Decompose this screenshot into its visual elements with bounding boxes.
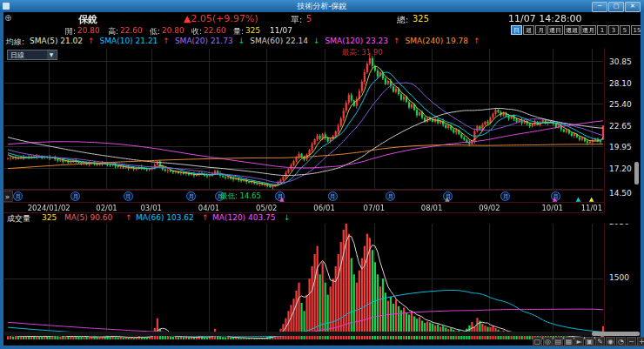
dividend-triangle-icon: ▲ <box>576 197 580 203</box>
sma240-legend: SMA(240) 19.78 <box>406 37 468 48</box>
quote-datetime: 11/07 14:28:00 <box>508 13 582 24</box>
sma5-arrow-icon: ↑ <box>88 37 95 48</box>
vol-ma66-legend: MA(66) 103.62 <box>136 213 194 222</box>
low-extreme-label: 最低: 14.65 <box>220 191 261 202</box>
sma120-arrow-icon: ↑ <box>393 37 400 48</box>
chart-canvas[interactable] <box>0 0 644 349</box>
region-zoom-icon[interactable]: ◎ <box>543 337 553 346</box>
vol-ma66-arrow-icon: ↑ <box>202 213 209 222</box>
sma10-legend: SMA(10) 21.21 <box>100 37 158 48</box>
date-tick: 10/01 <box>541 204 563 212</box>
close-value: 22.60 <box>204 26 226 35</box>
window-title: 技術分析-保銳 <box>297 2 346 10</box>
pane-divider <box>3 202 604 203</box>
sma120-legend: SMA(120) 23.23 <box>325 37 388 48</box>
open-value: 20.80 <box>77 26 100 35</box>
sma20-legend: SMA(20) 21.73 <box>175 37 233 48</box>
sma10-arrow-icon: ↑ <box>163 37 170 48</box>
sma20-arrow-icon: ↓ <box>238 37 245 48</box>
price-change: ▲2.05(+9.97%) <box>184 13 258 24</box>
zoom-in-icon[interactable]: + <box>637 337 644 346</box>
draw-icon[interactable]: ✎ <box>595 337 605 346</box>
title-bar[interactable]: 技術分析-保銳 ─ □ ✕ <box>0 0 644 12</box>
chart-toolbar: ▢ ◎ ▤ ▦ ► ▣ ✎ ◉ ◔ − + <box>533 337 644 346</box>
pointer-icon[interactable]: ► <box>574 337 584 346</box>
period-3min-button[interactable]: 3 <box>608 25 619 35</box>
date-tick: 06/01 <box>313 204 335 212</box>
volume-legend-row: 成交量 325 MA(5) 90.60 ↑ MA(66) 103.62 ↑ MA… <box>3 213 641 224</box>
month-event-icon[interactable]: 月 <box>386 191 395 201</box>
period-adj-month-button[interactable]: 還月 <box>580 25 596 35</box>
period-week-button[interactable]: 週 <box>523 25 534 35</box>
date-tick: 04/01 <box>198 204 220 212</box>
date-tick: 02/01 <box>96 204 117 212</box>
sma-prefix-label: 均線: <box>6 37 24 48</box>
month-event-icon[interactable]: 月 <box>328 191 338 201</box>
high-value: 22.60 <box>120 26 143 35</box>
maximize-button[interactable]: □ <box>608 2 624 12</box>
month-event-icon[interactable]: 月 <box>186 191 196 201</box>
dividend-triangle-icon: ▲ <box>589 197 594 203</box>
date-tick: 05/02 <box>256 204 278 212</box>
dividend-triangle-icon: ▲ <box>553 197 557 203</box>
horizontal-scrollbar-track[interactable] <box>4 332 641 336</box>
panel-icon[interactable]: ▣ <box>585 337 594 346</box>
dividend-triangle-icon: ▲ <box>445 197 449 203</box>
volume-pane-title: 成交量 <box>7 213 30 225</box>
period-dropdown-value: 日線 <box>10 51 24 59</box>
print-icon[interactable]: ▦ <box>564 337 574 346</box>
window-border-right <box>641 0 644 349</box>
vertical-scrollbar-thumb[interactable] <box>634 162 639 185</box>
volume-pane-value: 325 <box>42 213 57 222</box>
period-day-button[interactable]: 日 <box>511 25 522 35</box>
close-button[interactable]: ✕ <box>625 2 641 12</box>
window-border-left <box>0 0 3 349</box>
month-event-icon[interactable]: 月 <box>124 191 133 201</box>
low-value: 20.80 <box>162 26 184 35</box>
sma5-legend: SMA(5) 21.02 <box>30 37 83 48</box>
zoom-out-icon[interactable]: − <box>627 337 636 346</box>
new-page-icon[interactable]: ▢ <box>533 337 542 346</box>
sma60-legend: SMA(60) 22.14 <box>250 37 308 48</box>
minimize-button[interactable]: ─ <box>592 2 607 12</box>
high-extreme-label: 最高: 31.90 <box>342 48 383 58</box>
sma-legend-row: 均線: SMA(5) 21.02 ↑ SMA(10) 21.21 ↑ SMA(2… <box>3 37 641 48</box>
quote-header-row: ⊕ 保銳 22.60 ▲2.05(+9.97%) 單: 5 總: 325 11/… <box>3 12 641 24</box>
history-icon[interactable]: ◔ <box>616 337 626 346</box>
volume-value: 325 <box>245 26 260 35</box>
period-1min-button[interactable]: 1 <box>597 25 607 35</box>
date-tick: 11/01 <box>581 204 603 212</box>
dividend-triangle-icon: ▲ <box>279 197 284 203</box>
ohlc-header-row: 日線 ▼ 開: 20.80 高: 22.60 低: 20.80 收: 22.60… <box>3 24 641 37</box>
app-icon <box>3 3 10 10</box>
horizontal-scrollbar-thumb[interactable] <box>592 332 640 336</box>
vol-ma5-legend: MA(5) 90.60 <box>64 213 112 222</box>
period-month-button[interactable]: 月 <box>535 25 547 35</box>
eye-icon[interactable]: ◉ <box>606 337 615 346</box>
vol-ma120-legend: MA(120) 403.75 <box>212 213 275 222</box>
axis-divider <box>604 48 605 339</box>
date-tick: 09/02 <box>479 204 500 212</box>
period-5min-button[interactable]: 5 <box>620 25 630 35</box>
ohlc-date: 11/07 <box>270 26 292 35</box>
date-tick: 08/01 <box>421 204 443 212</box>
date-tick: 03/01 <box>140 204 162 212</box>
vol-ma5-arrow-icon: ↑ <box>125 213 132 222</box>
snapshot-icon[interactable]: ▤ <box>553 337 563 346</box>
period-adj-week-button[interactable]: 還週 <box>564 25 580 35</box>
unit-value: 5 <box>306 14 312 23</box>
pane-divider <box>3 190 604 191</box>
sma240-arrow-icon: ↑ <box>473 37 480 48</box>
date-tick: 07/01 <box>364 204 386 212</box>
sma60-arrow-icon: ↓ <box>313 37 320 48</box>
vol-ma120-arrow-icon: ↓ <box>284 213 291 222</box>
period-dropdown[interactable]: 日線 ▼ <box>7 50 57 60</box>
total-value: 325 <box>413 14 429 23</box>
period-adj-day-button[interactable]: 還日 <box>547 25 563 35</box>
month-event-icon[interactable]: 月 <box>13 191 23 201</box>
date-tick: 2024/01/02 <box>28 204 70 212</box>
chevron-down-icon[interactable]: ▼ <box>47 50 56 59</box>
symbol-search-icon[interactable]: ⊕ <box>4 13 11 23</box>
technical-analysis-window: 技術分析-保銳 ─ □ ✕ ⊕ 保銳 22.60 ▲2.05(+9.97%) 單… <box>0 0 644 349</box>
period-button-group: 日 週 月 還日 還週 還月 1 3 5 15 30 60 <box>511 25 644 35</box>
